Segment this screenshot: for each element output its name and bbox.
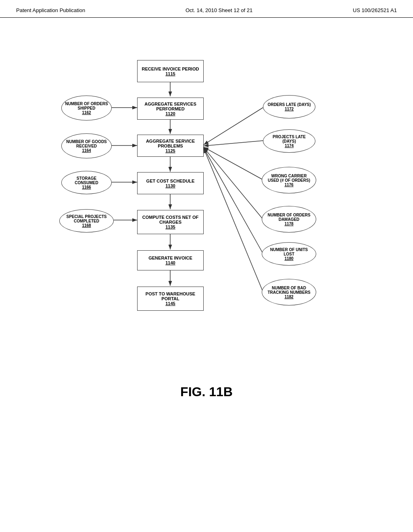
orders-damaged-ref: 1178	[284, 222, 293, 226]
diagram-area: RECEIVE INVOICE PERIOD 1115 AGGREGATE SE…	[0, 18, 413, 372]
post-warehouse-ref: 1145	[165, 301, 175, 306]
get-cost-ref: 1130	[165, 183, 175, 188]
aggregate-services-node: AGGREGATE SERVICES PERFORMED 1120	[137, 98, 204, 120]
header-left: Patent Application Publication	[16, 7, 85, 13]
orders-shipped-label: NUMBER OF ORDERS SHIPPED	[65, 102, 108, 110]
storage-consumed-ref: 1166	[82, 185, 91, 189]
svg-line-12	[204, 141, 263, 146]
compute-costs-ref: 1135	[165, 224, 175, 229]
bad-tracking-ref: 1182	[284, 295, 293, 299]
storage-consumed-label: STORAGE CONSUMED	[65, 176, 108, 185]
svg-line-16	[204, 148, 263, 292]
orders-late-ref: 1172	[285, 107, 294, 111]
units-lost-label: NUMBER OF UNITS LOST	[265, 247, 313, 256]
wrong-carrier-node: WRONG CARRIER USED (# OF ORDERS) 1176	[262, 167, 316, 193]
flowchart: RECEIVE INVOICE PERIOD 1115 AGGREGATE SE…	[49, 34, 364, 364]
post-warehouse-label: POST TO WAREHOUSE PORTAL	[141, 291, 200, 301]
orders-damaged-node: NUMBER OF ORDERS DAMAGED 1178	[262, 206, 316, 233]
svg-line-14	[204, 148, 263, 219]
goods-received-label: NUMBER OF GOODS RECEIVED	[65, 139, 108, 148]
orders-shipped-node: NUMBER OF ORDERS SHIPPED 1162	[61, 96, 112, 121]
goods-received-node: NUMBER OF GOODS RECEIVED 1164	[61, 133, 112, 158]
bad-tracking-label: NUMBER OF BAD TRACKING NUMBERS	[265, 286, 313, 295]
bad-tracking-node: NUMBER OF BAD TRACKING NUMBERS 1182	[262, 279, 316, 305]
orders-damaged-label: NUMBER OF ORDERS DAMAGED	[265, 213, 313, 222]
svg-line-11	[204, 108, 263, 145]
orders-late-node: ORDERS LATE (DAYS) 1172	[263, 95, 315, 118]
page-header: Patent Application Publication Oct. 14, …	[0, 0, 413, 18]
generate-invoice-ref: 1140	[165, 260, 175, 265]
storage-consumed-node: STORAGE CONSUMED 1166	[61, 171, 112, 194]
svg-line-15	[204, 148, 263, 254]
special-projects-label: SPECIAL PROJECTS COMPLETED	[63, 214, 110, 223]
get-cost-node: GET COST SCHEDULE 1130	[137, 172, 204, 194]
special-projects-ref: 1168	[82, 223, 91, 228]
compute-costs-label: COMPUTE COSTS NET OF CHARGES	[141, 215, 200, 224]
special-projects-node: SPECIAL PROJECTS COMPLETED 1168	[59, 209, 114, 233]
units-lost-ref: 1180	[284, 256, 293, 261]
orders-shipped-ref: 1162	[82, 110, 91, 115]
header-right: US 100/262521 A1	[353, 7, 397, 13]
arrows-svg	[49, 34, 364, 364]
aggregate-problems-node: AGGREGATE SERVICE PROBLEMS 1125	[137, 135, 204, 157]
units-lost-node: NUMBER OF UNITS LOST 1180	[262, 242, 316, 266]
wrong-carrier-ref: 1176	[284, 183, 293, 187]
receive-invoice-node: RECEIVE INVOICE PERIOD 1115	[137, 60, 204, 82]
fig-label: FIG. 11B	[0, 384, 413, 399]
aggregate-services-ref: 1120	[165, 111, 175, 116]
projects-late-label: PROJECTS LATE (DAYS)	[267, 135, 312, 143]
wrong-carrier-label: WRONG CARRIER USED (# OF ORDERS)	[265, 174, 313, 183]
generate-invoice-node: GENERATE INVOICE 1140	[137, 250, 204, 270]
get-cost-label: GET COST SCHEDULE	[146, 179, 195, 183]
generate-invoice-label: GENERATE INVOICE	[148, 256, 192, 260]
projects-late-ref: 1174	[285, 143, 294, 148]
header-center: Oct. 14, 2010 Sheet 12 of 21	[186, 7, 252, 13]
receive-invoice-label: RECEIVE INVOICE PERIOD	[142, 66, 199, 71]
projects-late-node: PROJECTS LATE (DAYS) 1174	[263, 129, 315, 153]
aggregate-problems-ref: 1125	[165, 148, 175, 153]
orders-late-label: ORDERS LATE (DAYS)	[267, 102, 311, 107]
goods-received-ref: 1164	[82, 148, 91, 153]
svg-line-13	[204, 147, 263, 180]
aggregate-services-label: AGGREGATE SERVICES PERFORMED	[141, 102, 200, 111]
post-warehouse-node: POST TO WAREHOUSE PORTAL 1145	[137, 287, 204, 311]
compute-costs-node: COMPUTE COSTS NET OF CHARGES 1135	[137, 210, 204, 234]
aggregate-problems-label: AGGREGATE SERVICE PROBLEMS	[141, 139, 200, 148]
receive-invoice-ref: 1115	[165, 71, 175, 76]
